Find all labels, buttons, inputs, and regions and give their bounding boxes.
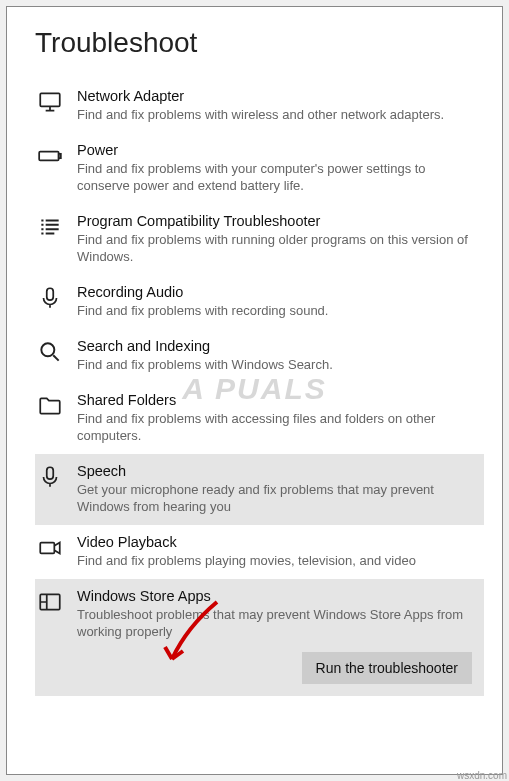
item-desc: Find and fix problems with wireless and … — [77, 106, 478, 123]
item-text: Video Playback Find and fix problems pla… — [77, 533, 478, 569]
item-text: Power Find and fix problems with your co… — [77, 141, 478, 194]
item-program-compatibility[interactable]: Program Compatibility Troubleshooter Fin… — [35, 204, 484, 275]
item-video-playback[interactable]: Video Playback Find and fix problems pla… — [35, 525, 484, 579]
svg-rect-0 — [40, 93, 60, 106]
footer-url: wsxdn.com — [457, 770, 507, 781]
battery-icon — [37, 143, 63, 169]
item-title: Speech — [77, 462, 478, 480]
list-icon — [37, 214, 63, 240]
item-text: Windows Store Apps Troubleshoot problems… — [77, 587, 478, 640]
item-title: Power — [77, 141, 478, 159]
item-title: Recording Audio — [77, 283, 478, 301]
item-text: Recording Audio Find and fix problems wi… — [77, 283, 478, 319]
svg-rect-1 — [39, 152, 58, 161]
svg-rect-6 — [40, 543, 54, 554]
settings-window: Troubleshoot Network Adapter Find and fi… — [6, 6, 503, 775]
item-search-indexing[interactable]: Search and Indexing Find and fix problem… — [35, 329, 484, 383]
item-desc: Find and fix problems with recording sou… — [77, 302, 478, 319]
item-text: Speech Get your microphone ready and fix… — [77, 462, 478, 515]
item-desc: Troubleshoot problems that may prevent W… — [77, 606, 478, 640]
item-power[interactable]: Power Find and fix problems with your co… — [35, 133, 484, 204]
item-title: Video Playback — [77, 533, 478, 551]
svg-rect-5 — [47, 467, 54, 479]
search-icon — [37, 339, 63, 365]
item-title: Program Compatibility Troubleshooter — [77, 212, 478, 230]
item-title: Search and Indexing — [77, 337, 478, 355]
item-text: Network Adapter Find and fix problems wi… — [77, 87, 478, 123]
item-text: Search and Indexing Find and fix problem… — [77, 337, 478, 373]
item-title: Shared Folders — [77, 391, 478, 409]
svg-point-4 — [41, 343, 54, 356]
video-icon — [37, 535, 63, 561]
apps-icon — [37, 589, 63, 615]
item-desc: Get your microphone ready and fix proble… — [77, 481, 478, 515]
monitor-icon — [37, 89, 63, 115]
run-troubleshooter-button[interactable]: Run the troubleshooter — [302, 652, 472, 684]
microphone-icon — [37, 285, 63, 311]
troubleshooter-list: Network Adapter Find and fix problems wi… — [35, 79, 484, 696]
microphone-icon — [37, 464, 63, 490]
item-speech[interactable]: Speech Get your microphone ready and fix… — [35, 454, 484, 525]
item-desc: Find and fix problems with Windows Searc… — [77, 356, 478, 373]
item-title: Network Adapter — [77, 87, 478, 105]
folder-icon — [37, 393, 63, 419]
item-windows-store-apps[interactable]: Windows Store Apps Troubleshoot problems… — [35, 579, 484, 696]
item-desc: Find and fix problems with running older… — [77, 231, 478, 265]
item-recording-audio[interactable]: Recording Audio Find and fix problems wi… — [35, 275, 484, 329]
item-text: Shared Folders Find and fix problems wit… — [77, 391, 478, 444]
item-desc: Find and fix problems playing movies, te… — [77, 552, 478, 569]
item-title: Windows Store Apps — [77, 587, 478, 605]
svg-rect-2 — [59, 154, 61, 158]
item-desc: Find and fix problems with your computer… — [77, 160, 478, 194]
item-network-adapter[interactable]: Network Adapter Find and fix problems wi… — [35, 79, 484, 133]
item-text: Program Compatibility Troubleshooter Fin… — [77, 212, 478, 265]
svg-rect-3 — [47, 288, 54, 300]
item-shared-folders[interactable]: Shared Folders Find and fix problems wit… — [35, 383, 484, 454]
item-desc: Find and fix problems with accessing fil… — [77, 410, 478, 444]
page-title: Troubleshoot — [35, 27, 484, 59]
